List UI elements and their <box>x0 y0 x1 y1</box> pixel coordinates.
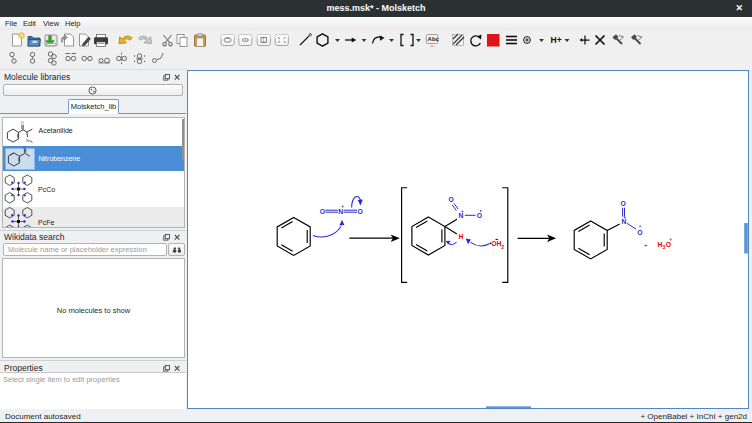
svg-text:+: + <box>341 204 344 209</box>
svg-text:+: + <box>461 209 464 214</box>
svg-text:O: O <box>357 208 362 215</box>
svg-text:O: O <box>23 146 26 150</box>
svg-text:N: N <box>26 139 29 143</box>
svg-text:O: O <box>320 208 325 215</box>
svg-text:+: + <box>644 242 648 248</box>
svg-text:O: O <box>621 200 626 207</box>
svg-text:2: 2 <box>501 244 504 250</box>
svg-text:O: O <box>637 229 642 236</box>
svg-text:OH: OH <box>491 240 501 247</box>
svg-text:O: O <box>21 121 24 125</box>
svg-text:Abc: Abc <box>428 36 440 42</box>
svg-text:O: O <box>449 196 454 203</box>
svg-text:H: H <box>458 233 463 240</box>
svg-text:O: O <box>477 212 482 219</box>
svg-text:+: + <box>670 237 673 242</box>
svg-text:H+: H+ <box>551 35 562 45</box>
